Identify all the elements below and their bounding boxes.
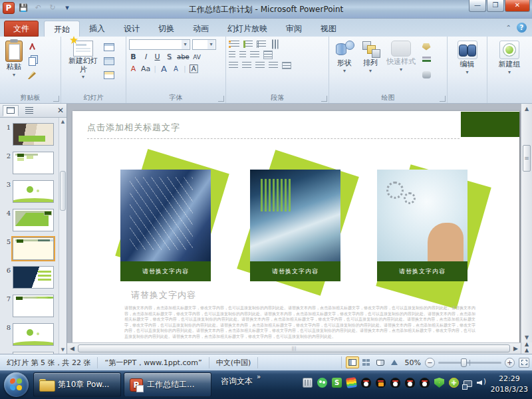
text-direction-button[interactable] <box>271 40 279 49</box>
tray-qq-icon[interactable] <box>361 378 371 388</box>
close-panel-icon[interactable]: ✕ <box>57 106 64 115</box>
thumbnail-preview[interactable] <box>13 123 54 146</box>
align-left-button[interactable] <box>229 62 238 69</box>
panel-scroll-down-icon[interactable]: ▼ <box>60 347 66 352</box>
bullets-button[interactable] <box>229 41 239 48</box>
align-center-button[interactable] <box>242 62 251 69</box>
slide-thumbnail-3[interactable]: 3 <box>3 180 59 203</box>
italic-button[interactable]: I <box>141 53 150 61</box>
help-icon[interactable]: ? <box>517 23 527 33</box>
slide-thumbnail-6[interactable]: 6 <box>3 266 59 289</box>
outline-tab[interactable] <box>21 105 37 116</box>
slide-figure-1[interactable]: 请替换文字内容 <box>120 170 211 281</box>
slide-thumbnail-1[interactable]: 1 <box>3 123 59 146</box>
paragraph-dialog-launcher[interactable] <box>321 96 327 102</box>
start-button[interactable] <box>4 372 29 397</box>
numbering-button[interactable] <box>243 41 253 48</box>
font-size-combobox[interactable] <box>192 39 216 50</box>
tab-file[interactable]: 文件 <box>4 21 39 37</box>
tab-动画[interactable]: 动画 <box>184 21 218 37</box>
previous-slide-button[interactable]: ▲▲ <box>525 341 529 353</box>
drawing-dialog-launcher[interactable] <box>440 96 446 102</box>
slide-thumbnail-5[interactable]: 5 <box>3 237 59 260</box>
thumbnail-preview[interactable] <box>13 180 54 203</box>
vertical-scroll-thumb[interactable] <box>523 145 531 172</box>
shapes-button[interactable]: 形状 ▾ <box>332 39 357 80</box>
zoom-slider-thumb[interactable] <box>461 358 467 367</box>
caption-bar[interactable]: 请替换文字内容 <box>120 261 211 281</box>
align-right-button[interactable] <box>255 62 265 69</box>
tab-插入[interactable]: 插入 <box>80 21 114 37</box>
slideshow-view-button[interactable] <box>388 356 401 368</box>
cut-button[interactable] <box>25 41 39 53</box>
taskbar-button-powerpoint[interactable]: P工作总结工... <box>124 372 211 397</box>
shape-outline-button[interactable] <box>420 55 433 66</box>
new-slide-button[interactable]: 新建幻灯片 ▾ <box>64 39 102 81</box>
tab-审阅[interactable]: 审阅 <box>277 21 311 37</box>
panel-scroll-up-icon[interactable]: ▲ <box>60 119 66 124</box>
zoom-in-button[interactable]: + <box>505 358 515 368</box>
reading-view-button[interactable] <box>374 356 387 368</box>
new-group-button[interactable]: 新建组 ▾ <box>490 39 529 76</box>
language-indicator[interactable]: 中文(中国) <box>209 357 259 368</box>
horizontal-scroll-thumb[interactable] <box>78 344 510 352</box>
scroll-down-icon[interactable]: ▼ <box>521 334 532 340</box>
smartart-convert-button[interactable] <box>282 62 291 69</box>
font-color-button[interactable]: A <box>129 65 138 73</box>
corner-accent-block[interactable] <box>461 112 519 137</box>
caption-bar[interactable]: 请替换文字内容 <box>377 261 467 281</box>
scroll-right-icon[interactable]: ▶ <box>511 343 521 354</box>
tab-切换[interactable]: 切换 <box>149 21 184 37</box>
thumbnail-preview[interactable] <box>13 266 54 289</box>
tray-rainbow-icon[interactable] <box>346 377 357 388</box>
thumbnail-preview[interactable] <box>13 323 54 346</box>
section-button[interactable] <box>102 69 116 81</box>
zoom-level[interactable]: 50% <box>405 358 421 367</box>
justify-button[interactable] <box>269 62 278 69</box>
paste-button[interactable]: 粘贴 ▾ <box>3 39 25 81</box>
tray-sogou-icon[interactable]: S <box>332 378 342 388</box>
toolbar-label[interactable]: 咨询文本 <box>221 376 253 387</box>
underline-button[interactable]: U <box>153 53 162 61</box>
scroll-up-icon[interactable]: ▲ <box>521 106 532 112</box>
panel-scrollbar[interactable]: ▲ ▼ <box>59 118 66 354</box>
vertical-scrollbar[interactable]: ▲ ▼ ▲▲ ▼▼ <box>521 104 532 342</box>
tray-qq-4-icon[interactable] <box>420 378 430 388</box>
zoom-slider[interactable] <box>438 362 501 364</box>
tab-设计[interactable]: 设计 <box>114 21 149 37</box>
slide-thumbnail-8[interactable]: 8 <box>3 323 59 346</box>
tray-keyboard-icon[interactable] <box>303 378 313 388</box>
taskbar-clock[interactable]: 22:29 2018/3/23 <box>491 374 528 395</box>
tab-视图[interactable]: 视图 <box>311 21 346 37</box>
scroll-left-icon[interactable]: ◀ <box>67 343 77 354</box>
shape-fill-button[interactable] <box>420 41 433 53</box>
editing-button[interactable]: 编辑 ▾ <box>450 39 484 76</box>
close-button[interactable]: ✕ <box>505 0 530 12</box>
tray-qq-3-icon[interactable] <box>405 378 415 388</box>
arrange-button[interactable]: 排列 ▾ <box>358 39 382 80</box>
tray-qq-2-icon[interactable] <box>390 378 400 388</box>
change-case-button[interactable]: Aa <box>141 65 150 73</box>
slide-figure-2[interactable]: 请替换文字内容 <box>250 170 340 281</box>
slide-figure-3[interactable]: 请替换文字内容 <box>377 170 467 281</box>
format-painter-button[interactable] <box>25 69 39 81</box>
hand-mouse-photo[interactable] <box>250 170 340 261</box>
minimize-button[interactable]: — <box>469 0 486 12</box>
character-spacing-button[interactable]: AV <box>193 54 201 61</box>
slide-layout-button[interactable] <box>102 41 116 53</box>
thumbnail-preview[interactable] <box>13 295 54 317</box>
fit-to-window-button[interactable] <box>519 358 529 368</box>
clipboard-dialog-launcher[interactable] <box>53 96 59 102</box>
copy-button[interactable] <box>25 55 39 67</box>
horizontal-scrollbar[interactable]: ◀ ▶ <box>67 342 521 354</box>
caption-bar[interactable]: 请替换文字内容 <box>250 261 340 281</box>
slide-body-text[interactable]: 请替换文本内容，点击添加相关标题文字，修改文字内容，也可以直接复制你的内容到此处… <box>124 305 475 338</box>
taskbar-toolbar[interactable]: 咨询文本 » <box>221 376 261 387</box>
increase-indent-button[interactable] <box>239 51 246 59</box>
paste-dropdown-caret[interactable]: ▾ <box>13 72 15 78</box>
thumbnail-preview[interactable] <box>13 209 54 231</box>
thumbnail-preview[interactable] <box>13 152 54 174</box>
slide-sorter-view-button[interactable] <box>360 356 373 368</box>
slide-subheading[interactable]: 请替换文字内容 <box>131 289 196 301</box>
font-dialog-launcher[interactable] <box>218 96 224 102</box>
